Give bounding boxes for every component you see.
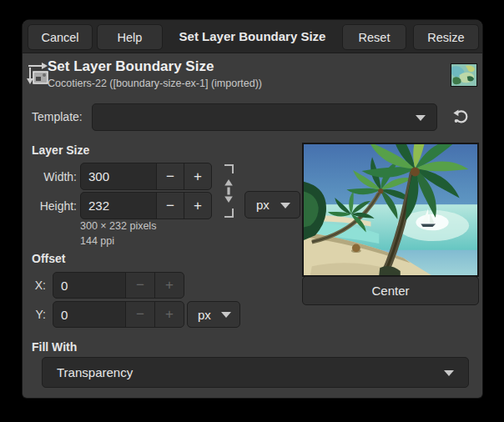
- set-layer-boundary-size-dialog: Cancel Help Set Layer Boundary Size Rese…: [23, 20, 482, 398]
- dialog-title: Set Layer Boundary Size: [164, 20, 340, 53]
- offset-y-increment-button: +: [154, 301, 184, 328]
- height-field-wrap: [80, 192, 157, 219]
- offset-x-label: X:: [32, 279, 46, 292]
- height-decrement-button[interactable]: −: [156, 192, 184, 219]
- width-increment-button[interactable]: +: [184, 163, 212, 190]
- cancel-button[interactable]: Cancel: [28, 24, 93, 50]
- height-input[interactable]: [81, 193, 156, 219]
- resolution-info: 144 ppi: [80, 235, 114, 247]
- width-field-wrap: [80, 163, 157, 190]
- layer-description: Cocotiers-22 ([boundary-size-ex-1] (impo…: [48, 78, 262, 89]
- center-button[interactable]: Center: [302, 276, 479, 305]
- fill-with-dropdown[interactable]: Transparency: [42, 357, 469, 388]
- chevron-down-icon: [221, 312, 231, 318]
- resize-layer-icon: [26, 60, 49, 87]
- width-label: Width:: [32, 170, 77, 183]
- offset-y-input[interactable]: [53, 302, 125, 327]
- size-unit-value: px: [245, 198, 270, 212]
- offset-unit-value: px: [188, 308, 211, 322]
- help-button[interactable]: Help: [97, 24, 163, 50]
- width-input[interactable]: [81, 163, 156, 189]
- offset-unit-dropdown[interactable]: px: [187, 301, 240, 328]
- template-label: Template:: [32, 110, 83, 123]
- chevron-down-icon: [444, 370, 454, 376]
- dialog-titlebar: Cancel Help Set Layer Boundary Size Rese…: [23, 20, 482, 53]
- layer-thumbnail: [451, 63, 477, 87]
- template-dropdown[interactable]: [92, 103, 437, 131]
- reset-template-icon[interactable]: [450, 106, 471, 128]
- fill-with-section-title: Fill With: [32, 340, 77, 354]
- chevron-down-icon: [416, 115, 426, 121]
- page-title: Set Layer Boundary Size: [48, 58, 214, 75]
- offset-x-decrement-button: −: [125, 272, 155, 299]
- offset-x-increment-button: +: [154, 272, 184, 299]
- offset-x-field-wrap: [53, 272, 126, 299]
- unlink-chain-icon[interactable]: [221, 163, 236, 219]
- width-decrement-button[interactable]: −: [156, 163, 184, 190]
- offset-y-decrement-button: −: [125, 301, 155, 328]
- height-label: Height:: [32, 199, 77, 213]
- resize-button[interactable]: Resize: [413, 24, 479, 50]
- layer-offset-preview[interactable]: [302, 143, 479, 277]
- fill-with-value: Transparency: [43, 365, 133, 379]
- offset-y-field-wrap: [53, 301, 126, 328]
- reset-button[interactable]: Reset: [342, 24, 406, 50]
- offset-section-title: Offset: [32, 252, 65, 265]
- pixel-dimensions-info: 300 × 232 pixels: [80, 220, 156, 232]
- chevron-down-icon: [280, 203, 290, 208]
- size-unit-dropdown[interactable]: px: [244, 191, 300, 219]
- offset-y-label: Y:: [32, 308, 46, 321]
- offset-x-input[interactable]: [53, 273, 125, 298]
- height-increment-button[interactable]: +: [184, 192, 212, 219]
- layer-size-section-title: Layer Size: [32, 143, 89, 157]
